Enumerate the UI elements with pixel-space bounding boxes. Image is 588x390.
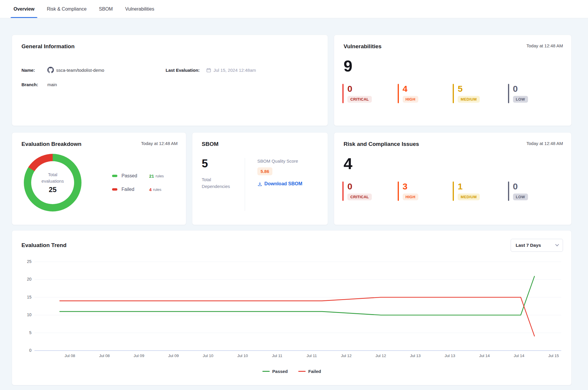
evaluations-donut-chart: Total evaluations 25 — [24, 154, 81, 211]
tab-bar: Overview Risk & Compliance SBOM Vulnerab… — [0, 0, 588, 18]
severity-count: 0 — [513, 84, 518, 93]
severity-badge: HIGH — [403, 194, 419, 200]
passed-pill-icon — [112, 175, 117, 177]
severity-count: 3 — [403, 182, 408, 191]
sbom-title: SBOM — [201, 141, 219, 147]
legend-passed-count: 21 — [149, 174, 154, 179]
x-tick-label: Jul 12 — [341, 354, 352, 358]
sbom-quality-score-badge: 5.86 — [257, 167, 272, 175]
severity-bar — [398, 181, 399, 201]
risk-severity-row: 0 CRITICAL 3 HIGH 1 MEDIUM — [342, 181, 563, 201]
date-range-selector[interactable]: Last 7 Days — [511, 239, 563, 252]
failed-line — [59, 297, 534, 336]
severity-bar — [508, 181, 509, 201]
download-icon — [257, 181, 262, 186]
evaluation-trend-chart: Jul 08Jul 08Jul 09Jul 09Jul 10Jul 10Jul … — [20, 262, 563, 365]
x-tick-label: Jul 14 — [514, 354, 524, 358]
severity-count: 0 — [513, 182, 518, 191]
risk-compliance-timestamp: Today at 12:48 AM — [527, 141, 563, 146]
repo-name-row: Name: ssca-team/todolist-demo — [21, 67, 166, 73]
x-tick-label: Jul 14 — [479, 354, 490, 358]
severity-bar — [508, 84, 509, 103]
x-tick-label: Jul 10 — [237, 354, 248, 358]
severity-critical: 0 CRITICAL — [342, 84, 398, 103]
general-information-card: General Information Name: ssca-team/todo… — [12, 35, 328, 126]
legend-failed-unit: rules — [153, 187, 161, 192]
last-evaluation-row: Last Evaluation: Jul 15, 2024 12:48am — [166, 67, 319, 73]
x-tick-label: Jul 11 — [272, 354, 282, 358]
chevron-down-icon — [555, 242, 559, 246]
severity-count: 1 — [458, 182, 463, 191]
evaluation-trend-card: Evaluation Trend Last 7 Days Jul 08Jul 0… — [12, 230, 572, 385]
evaluation-breakdown-timestamp: Today at 12:48 AM — [141, 141, 178, 146]
trend-lines — [34, 262, 561, 351]
tab-vulnerabilities[interactable]: Vulnerabilities — [124, 0, 155, 18]
severity-badge: CRITICAL — [347, 96, 372, 103]
passed-line-icon — [262, 371, 270, 372]
branch-label: Branch: — [21, 82, 47, 87]
tab-overview[interactable]: Overview — [13, 0, 35, 18]
general-information-title: General Information — [20, 43, 75, 50]
legend-passed-label: Passed — [121, 173, 149, 179]
trend-legend-failed-label: Failed — [308, 369, 321, 374]
evaluation-breakdown-title: Evaluation Breakdown — [20, 141, 81, 147]
x-tick-label: Jul 08 — [99, 354, 110, 358]
legend-passed-unit: rules — [156, 174, 164, 178]
repo-name-value: ssca-team/todolist-demo — [56, 68, 104, 73]
severity-badge: MEDIUM — [458, 194, 480, 200]
x-tick-label: Jul 13 — [445, 354, 455, 358]
calendar-icon — [206, 68, 211, 73]
divider — [245, 158, 245, 211]
severity-count: 0 — [347, 84, 352, 93]
total-dependencies-value: 5 — [202, 158, 245, 169]
trend-legend-failed: Failed — [298, 369, 321, 374]
vulnerabilities-card: Vulnerabilities Today at 12:48 AM 9 0 CR… — [334, 35, 572, 126]
total-dependencies-label: Dependencies — [202, 183, 245, 190]
download-sbom-label: Download SBOM — [264, 181, 302, 186]
evaluation-trend-title: Evaluation Trend — [20, 242, 66, 249]
legend-failed-label: Failed — [121, 187, 149, 192]
tab-risk-compliance[interactable]: Risk & Compliance — [46, 0, 87, 18]
severity-high: 4 HIGH — [398, 84, 453, 103]
sbom-card: SBOM 5 Total Dependencies SBOM Quality S… — [192, 132, 328, 225]
passed-line — [59, 276, 534, 315]
total-dependencies-label: Total — [202, 176, 245, 183]
severity-bar — [453, 84, 454, 103]
legend-failed-row: Failed 4 rules — [112, 187, 164, 192]
severity-count: 0 — [347, 182, 352, 191]
severity-badge: LOW — [513, 194, 528, 200]
risk-compliance-card: Risk and Compliance Issues Today at 12:4… — [334, 132, 572, 225]
risk-compliance-title: Risk and Compliance Issues — [342, 141, 419, 147]
y-tick-label: 10 — [20, 312, 31, 317]
severity-medium: 5 MEDIUM — [453, 84, 508, 103]
vulnerabilities-title: Vulnerabilities — [342, 43, 382, 50]
y-tick-label: 15 — [20, 295, 31, 299]
y-tick-label: 25 — [20, 259, 31, 264]
date-range-value: Last 7 Days — [516, 243, 541, 248]
x-tick-label: Jul 09 — [168, 354, 179, 358]
x-tick-label: Jul 10 — [203, 354, 213, 358]
severity-medium: 1 MEDIUM — [453, 181, 508, 201]
tab-sbom[interactable]: SBOM — [98, 0, 113, 18]
y-tick-label: 0 — [20, 348, 31, 353]
evaluation-legend: Passed 21 rules Failed 4 rules — [112, 173, 164, 192]
vulnerabilities-timestamp: Today at 12:48 AM — [527, 43, 563, 48]
severity-critical: 0 CRITICAL — [342, 181, 398, 201]
x-tick-label: Jul 13 — [410, 354, 421, 358]
x-tick-label: Jul 08 — [64, 354, 75, 358]
github-icon — [47, 67, 54, 73]
failed-pill-icon — [112, 188, 117, 191]
severity-bar — [453, 181, 454, 201]
trend-legend-passed-label: Passed — [272, 369, 288, 374]
name-label: Name: — [21, 68, 47, 73]
y-tick-label: 5 — [20, 330, 31, 335]
severity-count: 5 — [458, 84, 463, 93]
severity-badge: LOW — [513, 96, 528, 103]
donut-center-label: evaluations — [41, 178, 64, 184]
download-sbom-link[interactable]: Download SBOM — [257, 181, 302, 186]
donut-center-label: Total — [48, 171, 57, 178]
dashboard-content: General Information Name: ssca-team/todo… — [0, 18, 588, 385]
vulnerabilities-severity-row: 0 CRITICAL 4 HIGH 5 MEDIUM — [342, 84, 563, 103]
risk-compliance-total: 4 — [342, 156, 563, 171]
severity-badge: CRITICAL — [347, 194, 372, 200]
